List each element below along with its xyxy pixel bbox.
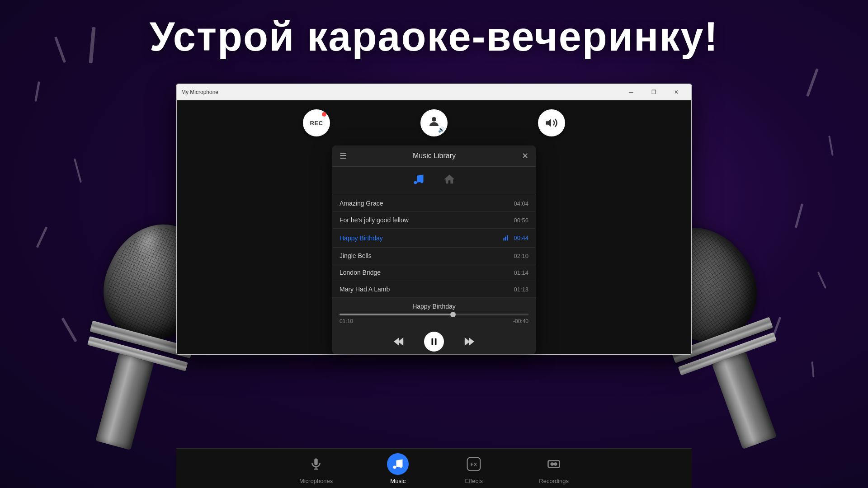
svg-rect-2 — [504, 238, 505, 241]
home-tab[interactable] — [439, 171, 459, 190]
page-title: Устрой караоке-вечеринку! — [0, 14, 868, 60]
svg-rect-11 — [314, 459, 318, 465]
svg-point-0 — [432, 117, 436, 122]
svg-text:FX: FX — [471, 462, 477, 467]
fast-forward-button[interactable] — [462, 335, 475, 348]
music-library-panel: ☰ Music Library ✕ — [332, 145, 536, 354]
window-title: My Microphone — [181, 89, 621, 95]
svg-rect-8 — [435, 338, 437, 345]
top-controls: REC 🔊 — [303, 109, 565, 136]
svg-marker-10 — [469, 338, 474, 346]
nav-effects[interactable]: FX Effects — [463, 453, 485, 484]
window-controls: ─ ❐ ✕ — [621, 86, 687, 99]
panel-menu-button[interactable]: ☰ — [340, 151, 347, 161]
music-nav-icon — [387, 453, 409, 475]
song-list[interactable]: Amazing Grace 04:04 For he's jolly good … — [332, 195, 536, 298]
recordings-nav-icon — [543, 453, 565, 475]
nav-music-label: Music — [390, 478, 406, 484]
svg-point-17 — [551, 463, 553, 465]
mic-left-image — [27, 217, 185, 488]
panel-tabs — [332, 167, 536, 195]
nav-recordings[interactable]: Recordings — [539, 453, 569, 484]
nav-microphones-label: Microphones — [299, 478, 333, 484]
minimize-button[interactable]: ─ — [621, 86, 642, 99]
rec-dot — [322, 112, 326, 117]
song-item-playing[interactable]: Happy Birthday 00:44 — [332, 229, 536, 248]
nav-effects-label: Effects — [465, 478, 483, 484]
song-item[interactable]: Mary Had A Lamb 01:13 — [332, 281, 536, 298]
song-item[interactable]: Jingle Bells 02:10 — [332, 248, 536, 264]
now-playing-title: Happy Birthday — [340, 303, 528, 310]
mic-right-image — [683, 217, 841, 488]
panel-header: ☰ Music Library ✕ — [332, 145, 536, 167]
pause-button[interactable] — [424, 332, 444, 352]
title-bar: My Microphone ─ ❐ ✕ — [177, 84, 691, 100]
restore-button[interactable]: ❐ — [643, 86, 664, 99]
page-title-area: Устрой караоке-вечеринку! — [0, 14, 868, 60]
rec-button[interactable]: REC — [303, 109, 330, 136]
playing-indicator — [503, 233, 511, 243]
svg-marker-6 — [394, 338, 399, 346]
song-item[interactable]: For he's jolly good fellow 00:56 — [332, 212, 536, 229]
progress-thumb — [450, 312, 456, 317]
svg-rect-4 — [507, 235, 508, 241]
svg-marker-1 — [546, 119, 551, 127]
effects-nav-icon: FX — [463, 453, 485, 475]
progress-fill — [340, 314, 453, 315]
nav-music[interactable]: Music — [387, 453, 409, 484]
rewind-button[interactable] — [393, 335, 406, 348]
panel-title: Music Library — [347, 152, 522, 160]
svg-rect-7 — [432, 338, 434, 345]
person-button[interactable]: 🔊 — [420, 109, 448, 136]
progress-bar[interactable] — [340, 314, 528, 315]
song-item[interactable]: Amazing Grace 04:04 — [332, 195, 536, 212]
close-button[interactable]: ✕ — [666, 86, 687, 99]
time-row: 01:10 -00:40 — [340, 318, 528, 324]
nav-recordings-label: Recordings — [539, 478, 569, 484]
time-elapsed: 01:10 — [340, 318, 353, 324]
app-window: My Microphone ─ ❐ ✕ REC 🔊 — [176, 84, 692, 355]
panel-close-button[interactable]: ✕ — [522, 151, 528, 161]
time-remaining: -00:40 — [513, 318, 528, 324]
microphone-nav-icon — [305, 453, 327, 475]
playback-controls — [340, 328, 528, 354]
volume-button[interactable] — [538, 109, 565, 136]
svg-point-18 — [554, 463, 557, 465]
now-playing-bar: Happy Birthday 01:10 -00:40 — [332, 298, 536, 354]
music-tab[interactable] — [409, 171, 429, 190]
svg-rect-3 — [505, 237, 506, 241]
nav-microphones[interactable]: Microphones — [299, 453, 333, 484]
app-content: REC 🔊 — [177, 100, 691, 354]
song-item[interactable]: London Bridge 01:14 — [332, 264, 536, 281]
rec-label: REC — [310, 120, 323, 127]
bottom-nav: Microphones Music FX Effects Recordi — [176, 448, 692, 488]
